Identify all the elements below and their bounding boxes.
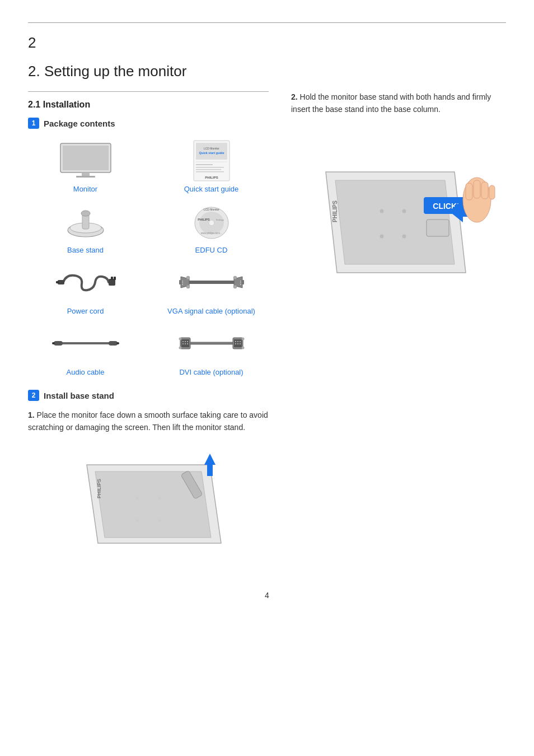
svg-point-17 <box>81 211 90 216</box>
svg-point-85 <box>380 234 384 238</box>
svg-point-64 <box>237 341 238 342</box>
package-label: Package contents <box>44 119 115 128</box>
svg-point-67 <box>237 343 238 344</box>
svg-point-35 <box>182 284 183 285</box>
svg-point-77 <box>158 519 161 522</box>
svg-point-57 <box>185 343 186 344</box>
svg-rect-87 <box>427 220 449 236</box>
svg-point-63 <box>235 341 236 342</box>
svg-point-69 <box>241 338 244 340</box>
quick-start-label: Quick start guide <box>184 185 239 193</box>
svg-point-33 <box>182 281 183 282</box>
power-cord-label: Power cord <box>67 307 104 315</box>
item-power-cord: Power cord <box>28 260 143 315</box>
svg-point-54 <box>185 341 186 342</box>
svg-point-58 <box>187 343 188 344</box>
item-quick-start: LCD Monitor Quick start guide PHILIPS Qu… <box>154 138 269 193</box>
edfu-cd-image: LCD Monitor PHILIPS Settings www.philips… <box>178 199 245 244</box>
svg-rect-10 <box>196 167 224 168</box>
svg-rect-92 <box>466 183 472 200</box>
svg-rect-48 <box>109 341 118 346</box>
svg-point-76 <box>135 519 139 522</box>
svg-rect-47 <box>52 342 55 344</box>
install-base-stand-section: 2 Install base stand 1. Place the monito… <box>28 390 269 434</box>
svg-point-83 <box>380 209 384 213</box>
dvi-cable-image <box>178 321 245 366</box>
item-vga-cable: VGA signal cable (optional) <box>154 260 269 315</box>
base-stand-image <box>52 199 119 244</box>
svg-point-74 <box>135 497 139 500</box>
svg-point-65 <box>240 341 241 342</box>
top-divider <box>28 22 506 23</box>
svg-rect-9 <box>196 164 213 165</box>
page-number: 4 <box>28 591 506 600</box>
svg-point-38 <box>240 281 241 282</box>
svg-rect-32 <box>179 280 182 284</box>
quick-start-image: LCD Monitor Quick start guide PHILIPS <box>178 138 245 183</box>
item-base-stand: Base stand <box>28 199 143 254</box>
svg-point-75 <box>158 497 161 500</box>
step1-illustration: PHILIPS <box>28 445 269 574</box>
svg-point-59 <box>179 338 181 340</box>
svg-text:PHILIPS: PHILIPS <box>332 200 338 222</box>
svg-rect-1 <box>63 146 109 170</box>
svg-text:PHILIPS: PHILIPS <box>205 176 218 179</box>
svg-point-39 <box>240 282 241 283</box>
svg-point-44 <box>233 285 237 288</box>
vga-cable-image <box>178 260 245 305</box>
audio-cable-label: Audio cable <box>67 368 105 376</box>
step2-illustration: PHILIPS CLICK! <box>291 127 506 306</box>
svg-rect-46 <box>54 341 63 346</box>
svg-rect-2 <box>82 172 90 176</box>
svg-point-68 <box>240 343 241 344</box>
subsection-title: 2.1 Installation <box>28 100 90 109</box>
svg-text:LCD Monitor: LCD Monitor <box>203 208 219 211</box>
svg-point-41 <box>186 276 190 279</box>
svg-rect-93 <box>474 180 480 198</box>
svg-point-53 <box>182 341 184 342</box>
item-dvi-cable: DVI cable (optional) <box>154 321 269 376</box>
dvi-cable-label: DVI cable (optional) <box>179 368 243 376</box>
svg-rect-11 <box>196 169 221 170</box>
item-edfu-cd: LCD Monitor PHILIPS Settings www.philips… <box>154 199 269 254</box>
step1-text: 1. Place the monitor face down a smooth … <box>28 409 269 434</box>
edfu-cd-label: EDFU CD <box>195 246 228 254</box>
items-grid: Monitor LCD Monitor Quick start guide <box>28 138 269 376</box>
svg-rect-37 <box>241 280 244 284</box>
svg-text:Settings: Settings <box>216 218 223 221</box>
svg-rect-12 <box>196 171 224 172</box>
vga-cable-label: VGA signal cable (optional) <box>167 307 255 315</box>
svg-point-60 <box>179 347 181 349</box>
monitor-label: Monitor <box>73 185 97 193</box>
svg-point-43 <box>233 276 237 279</box>
svg-rect-49 <box>116 342 119 344</box>
install-badge: 2 <box>28 390 39 401</box>
svg-text:PHILIPS: PHILIPS <box>198 218 210 221</box>
sub-divider-1 <box>28 91 269 92</box>
base-stand-label: Base stand <box>67 246 104 254</box>
svg-text:Quick start guide: Quick start guide <box>199 151 224 155</box>
step2-text: 2. Hold the monitor base stand with both… <box>291 91 506 116</box>
monitor-image <box>52 138 119 183</box>
svg-point-42 <box>186 285 190 288</box>
package-badge: 1 <box>28 118 39 129</box>
svg-point-86 <box>402 234 406 238</box>
svg-point-56 <box>182 343 184 344</box>
svg-rect-94 <box>481 182 488 199</box>
svg-text:PHILIPS: PHILIPS <box>96 479 102 498</box>
section-title: 2 <box>28 34 252 52</box>
svg-text:www.philips.com/...: www.philips.com/... <box>200 232 222 235</box>
power-cord-image <box>52 260 119 305</box>
item-monitor: Monitor <box>28 138 143 193</box>
svg-rect-3 <box>76 176 95 178</box>
svg-rect-28 <box>111 277 113 280</box>
svg-point-66 <box>235 343 236 344</box>
svg-point-70 <box>241 347 244 349</box>
audio-cable-image <box>52 321 119 366</box>
svg-point-40 <box>240 284 241 285</box>
item-audio-cable: Audio cable <box>28 321 143 376</box>
svg-point-84 <box>402 209 406 213</box>
install-label: Install base stand <box>44 391 114 400</box>
svg-rect-95 <box>489 185 495 199</box>
main-section-title: 2. Setting up the monitor <box>28 63 269 80</box>
